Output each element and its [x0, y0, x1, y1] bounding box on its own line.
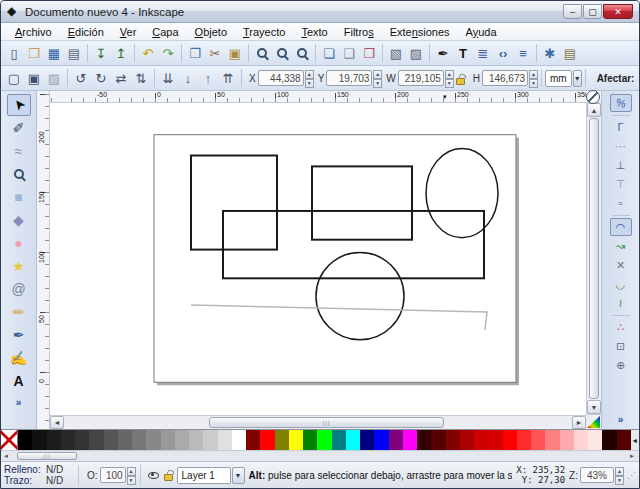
menu-texto[interactable]: Texto	[293, 25, 335, 39]
swatch-210000[interactable]	[602, 430, 616, 450]
create-clone-button[interactable]: ❑	[339, 43, 359, 63]
swatch-008080[interactable]	[332, 430, 346, 450]
snap-rotation-centers-button[interactable]: ⊕	[610, 356, 632, 374]
swatch-800000[interactable]	[446, 430, 460, 450]
swatch-282828[interactable]	[61, 430, 75, 450]
menu-edicion[interactable]: Edición	[60, 25, 112, 39]
toggle-snapping-button[interactable]: %	[610, 94, 632, 112]
swatch-800000[interactable]	[246, 430, 260, 450]
unit-select[interactable]: mm	[545, 70, 572, 87]
title-bar[interactable]: ◆ Documento nuevo 4 - Inkscape – ▢ ✕	[1, 1, 639, 23]
save-document-button[interactable]: ▦	[44, 43, 64, 63]
swatch-cccccc[interactable]	[203, 430, 217, 450]
unlink-clone-button[interactable]: ❒	[359, 43, 379, 63]
menu-ayuda[interactable]: Ayuda	[458, 25, 505, 39]
menu-ver[interactable]: Ver	[112, 25, 145, 39]
snap-nodes-button[interactable]: ◠	[610, 218, 632, 236]
menu-extensiones[interactable]: Extensiones	[382, 25, 458, 39]
swatch-bbbbbb[interactable]	[189, 430, 203, 450]
rotate-cw-button[interactable]: ↻	[91, 68, 111, 88]
select-all-layers-button[interactable]: ▣	[24, 68, 44, 88]
vertical-scrollbar[interactable]: ▲ ▼	[586, 103, 601, 414]
rotate-ccw-button[interactable]: ↺	[71, 68, 91, 88]
horizontal-ruler[interactable]: -50050100150200250300350▾	[50, 91, 586, 103]
fill-stroke-indicator[interactable]: Relleno: N/D Trazo: N/D	[4, 464, 74, 486]
menu-trayecto[interactable]: Trayecto	[235, 25, 293, 39]
y-input[interactable]: 19,703	[326, 70, 372, 86]
calligraphy-tool[interactable]: ✍	[7, 347, 31, 369]
horizontal-scrollbar[interactable]: ◄ ||| ►	[50, 415, 586, 429]
palette-scroll-left-icon[interactable]: ◄	[1, 453, 11, 459]
y-spinner[interactable]: ▲▼	[373, 70, 382, 86]
swatch-550000[interactable]	[617, 430, 631, 450]
swatch-444444[interactable]	[89, 430, 103, 450]
swatch-ffaaaa[interactable]	[560, 430, 574, 450]
new-document-button[interactable]: ▯	[4, 43, 24, 63]
vertical-ruler[interactable]: 200150100500	[37, 91, 50, 429]
drawing-canvas[interactable]	[50, 103, 586, 415]
swatch-ff00ff[interactable]	[403, 430, 417, 450]
swatch-00ffff[interactable]	[346, 430, 360, 450]
scroll-right-icon[interactable]: ►	[572, 416, 586, 429]
palette-scrollbar[interactable]: ◄ ||| ►	[1, 450, 639, 461]
ellipse-tool[interactable]: ●	[7, 232, 31, 254]
snap-bbox-centers-button[interactable]: ▫	[610, 194, 632, 212]
ungroup-objects-button[interactable]: ▨	[406, 43, 426, 63]
node-tool[interactable]: ✐	[7, 117, 31, 139]
redo-button[interactable]: ↷	[158, 43, 178, 63]
swatch-e0e0e0[interactable]	[218, 430, 232, 450]
w-spinner[interactable]: ▲▼	[445, 70, 454, 86]
selector-tool[interactable]: ➤	[7, 94, 31, 116]
snap-paths-button[interactable]: ↝	[610, 237, 632, 255]
swatch-000000[interactable]	[18, 430, 32, 450]
layer-lock-icon[interactable]	[164, 474, 173, 481]
undo-button[interactable]: ↶	[138, 43, 158, 63]
swatch-aaaaaa[interactable]	[175, 430, 189, 450]
import-image-button[interactable]: ↧	[91, 43, 111, 63]
zoom-to-selection-button[interactable]	[252, 43, 272, 63]
canvas-viewport[interactable]	[50, 103, 586, 415]
opacity-input[interactable]: 100	[100, 467, 126, 483]
raise-button[interactable]: ↑	[198, 68, 218, 88]
zoom-to-drawing-button[interactable]	[272, 43, 292, 63]
swatch-008000[interactable]	[303, 430, 317, 450]
tweak-tool[interactable]: ≈	[7, 140, 31, 162]
print-document-button[interactable]: ▤	[64, 43, 84, 63]
menu-archivo[interactable]: Archivo	[7, 25, 60, 39]
text-tool[interactable]: A	[7, 370, 31, 392]
swatch-666666[interactable]	[118, 430, 132, 450]
snap-bbox-edge-midpoints-button[interactable]: ⊤	[610, 175, 632, 193]
x-spinner[interactable]: ▲▼	[305, 70, 314, 86]
swatch-1c1c1c[interactable]	[47, 430, 61, 450]
snap-bbox-edges-button[interactable]: ⋯	[610, 137, 632, 155]
color-management-icon[interactable]	[587, 416, 600, 428]
swatch-aa0000[interactable]	[460, 430, 474, 450]
align-dialog-button[interactable]: ≡	[513, 43, 533, 63]
star-tool[interactable]: ★	[7, 255, 31, 277]
swatch-550000[interactable]	[431, 430, 445, 450]
close-button[interactable]: ✕	[603, 4, 633, 19]
toolbox-overflow-icon[interactable]: »	[16, 397, 22, 408]
text-dialog-button[interactable]: T	[453, 43, 473, 63]
w-input[interactable]: 219,105	[398, 70, 444, 86]
swatch-333333[interactable]	[75, 430, 89, 450]
opacity-spinner[interactable]: ▲▼	[127, 467, 136, 483]
swatch-ffe6e6[interactable]	[588, 430, 602, 450]
zoom-input[interactable]: 43%	[580, 467, 614, 483]
inkscape-preferences-button[interactable]: ✱	[540, 43, 560, 63]
h-scroll-thumb[interactable]: |||	[209, 417, 444, 428]
layer-dropdown-icon[interactable]: ▼	[232, 467, 245, 484]
swatch-none[interactable]	[1, 430, 18, 450]
swatch-ffffff[interactable]	[232, 430, 246, 450]
rectangle-tool[interactable]: ■	[7, 186, 31, 208]
deselect-button[interactable]: ▨	[44, 68, 64, 88]
flip-vertical-button[interactable]: ⇅	[131, 68, 151, 88]
pencil-tool[interactable]: ✏	[7, 301, 31, 323]
zoom-to-page-button[interactable]	[292, 43, 312, 63]
zoom-tool[interactable]	[7, 163, 31, 185]
swatch-ffff00[interactable]	[289, 430, 303, 450]
flip-horizontal-button[interactable]: ⇄	[111, 68, 131, 88]
swatch-ffd5d5[interactable]	[574, 430, 588, 450]
menu-capa[interactable]: Capa	[144, 25, 186, 39]
swatch-888888[interactable]	[146, 430, 160, 450]
